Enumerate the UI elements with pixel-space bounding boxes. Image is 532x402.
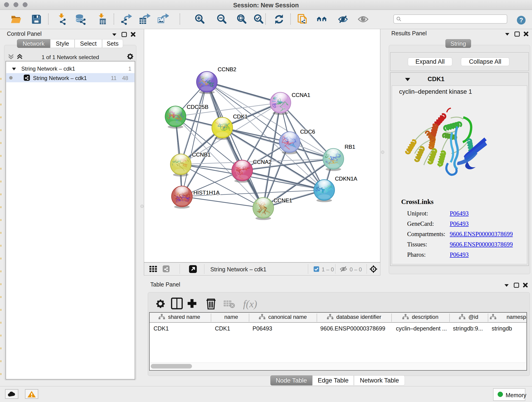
svg-text:CCNB2: CCNB2 xyxy=(218,66,236,72)
svg-text:CDK1: CDK1 xyxy=(233,114,248,120)
svg-text:CCNA2: CCNA2 xyxy=(253,159,272,165)
svg-text:HIST1H1A: HIST1H1A xyxy=(193,190,220,196)
svg-text:CDKN1A: CDKN1A xyxy=(335,176,357,182)
svg-text:CCNE1: CCNE1 xyxy=(273,197,292,204)
svg-text:f(x): f(x) xyxy=(243,298,257,310)
svg-text:?: ? xyxy=(519,17,523,24)
svg-text:CDC25B: CDC25B xyxy=(187,104,209,110)
svg-text:RB1: RB1 xyxy=(345,144,355,150)
svg-text:CCNA1: CCNA1 xyxy=(292,92,310,98)
svg-text:CDC6: CDC6 xyxy=(300,128,315,135)
svg-text:CCNB1: CCNB1 xyxy=(192,152,210,158)
